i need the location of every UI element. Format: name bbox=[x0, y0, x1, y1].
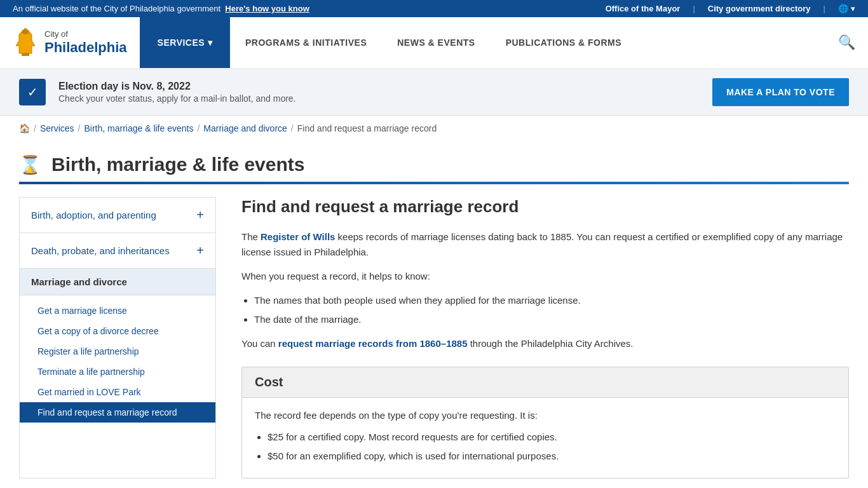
logo-text: City of Philadelphia bbox=[44, 29, 127, 56]
page-title-section: ⌛ Birth, marriage & life events bbox=[0, 141, 868, 175]
know-list: The names that both people used when the… bbox=[254, 293, 849, 327]
header: City of Philadelphia SERVICES ▾ PROGRAMS… bbox=[0, 17, 868, 69]
breadcrumb: 🏠 / Services / Birth, marriage & life ev… bbox=[0, 116, 868, 141]
sidebar-sublinks: Get a marriage license Get a copy of a d… bbox=[20, 295, 215, 428]
sidebar-link-find-marriage-record[interactable]: Find and request a marriage record bbox=[20, 402, 215, 423]
cost-item-1: $25 for a certified copy. Most record re… bbox=[268, 430, 836, 445]
breadcrumb-services[interactable]: Services bbox=[40, 123, 74, 133]
sidebar: Birth, adoption, and parenting + Death, … bbox=[19, 197, 216, 478]
know-list-item-2: The date of the marriage. bbox=[254, 312, 849, 327]
sidebar-active-section: Marriage and divorce bbox=[20, 269, 215, 295]
page-title-icon: ⌛ bbox=[19, 154, 41, 175]
election-icon: ✓ bbox=[19, 79, 46, 105]
city-logo-icon bbox=[13, 27, 38, 58]
sidebar-link-divorce-decree[interactable]: Get a copy of a divorce decree bbox=[20, 321, 215, 341]
cost-header: Cost bbox=[242, 367, 848, 398]
top-banner-right: Office of the Mayor | City government di… bbox=[606, 4, 855, 13]
logo[interactable]: City of Philadelphia bbox=[0, 17, 140, 68]
svg-point-1 bbox=[22, 29, 29, 34]
main-nav: SERVICES ▾ PROGRAMS & INITIATIVES NEWS &… bbox=[140, 17, 868, 68]
search-button[interactable]: 🔍 bbox=[825, 17, 868, 68]
sidebar-item-birth-header[interactable]: Birth, adoption, and parenting + bbox=[20, 198, 215, 233]
sidebar-link-register-partnership[interactable]: Register a life partnership bbox=[20, 341, 215, 362]
top-banner: An official website of the City of Phila… bbox=[0, 0, 868, 17]
sidebar-item-death: Death, probate, and inheritances + bbox=[20, 233, 215, 269]
content-intro2: When you request a record, it helps to k… bbox=[241, 269, 849, 284]
content-intro1: The Register of Wills keeps records of m… bbox=[241, 229, 849, 260]
sidebar-link-marriage-license[interactable]: Get a marriage license bbox=[20, 301, 215, 321]
breadcrumb-current: Find and request a marriage record bbox=[297, 123, 437, 133]
breadcrumb-birth-marriage[interactable]: Birth, marriage & life events bbox=[84, 123, 193, 133]
heres-how-link[interactable]: Here's how you know bbox=[225, 4, 309, 13]
sidebar-link-terminate-partnership[interactable]: Terminate a life partnership bbox=[20, 362, 215, 382]
publications-nav-link[interactable]: PUBLICATIONS & FORMS bbox=[491, 17, 637, 68]
sidebar-item-birth: Birth, adoption, and parenting + bbox=[20, 198, 215, 233]
city-directory-link[interactable]: City government directory bbox=[708, 4, 811, 13]
election-text: Election day is Nov. 8, 2022 Check your … bbox=[58, 81, 296, 104]
archives-link[interactable]: request marriage records from 1860–1885 bbox=[278, 338, 468, 349]
content-title: Find and request a marriage record bbox=[241, 197, 849, 217]
main-content: Birth, adoption, and parenting + Death, … bbox=[19, 184, 849, 488]
cost-item-2: $50 for an exemplified copy, which is us… bbox=[268, 449, 836, 464]
sidebar-link-love-park[interactable]: Get married in LOVE Park bbox=[20, 382, 215, 402]
expand-birth-icon: + bbox=[196, 208, 204, 222]
page-title: ⌛ Birth, marriage & life events bbox=[19, 154, 849, 175]
language-selector[interactable]: 🌐 ▾ bbox=[838, 4, 855, 13]
register-of-wills-link[interactable]: Register of Wills bbox=[261, 231, 335, 242]
breadcrumb-marriage-divorce[interactable]: Marriage and divorce bbox=[203, 123, 287, 133]
election-left: ✓ Election day is Nov. 8, 2022 Check you… bbox=[19, 79, 296, 105]
office-of-mayor-link[interactable]: Office of the Mayor bbox=[606, 4, 681, 13]
svg-rect-2 bbox=[22, 53, 29, 56]
expand-death-icon: + bbox=[196, 243, 204, 258]
cost-box: Cost The record fee depends on the type … bbox=[241, 367, 849, 478]
cost-list: $25 for a certified copy. Most record re… bbox=[268, 430, 836, 464]
breadcrumb-home[interactable]: 🏠 bbox=[19, 123, 30, 133]
official-text: An official website of the City of Phila… bbox=[13, 4, 309, 13]
programs-nav-link[interactable]: PROGRAMS & INITIATIVES bbox=[230, 17, 382, 68]
vote-button[interactable]: MAKE A PLAN TO VOTE bbox=[712, 78, 849, 106]
cost-intro: The record fee depends on the type of co… bbox=[255, 408, 836, 423]
know-list-item-1: The names that both people used when the… bbox=[254, 293, 849, 308]
content-area: Find and request a marriage record The R… bbox=[216, 197, 849, 478]
election-banner: ✓ Election day is Nov. 8, 2022 Check you… bbox=[0, 69, 868, 116]
sidebar-item-death-header[interactable]: Death, probate, and inheritances + bbox=[20, 233, 215, 268]
cost-content: The record fee depends on the type of co… bbox=[242, 398, 848, 478]
news-nav-link[interactable]: NEWS & EVENTS bbox=[382, 17, 490, 68]
content-archives: You can request marriage records from 18… bbox=[241, 336, 849, 351]
services-nav-btn[interactable]: SERVICES ▾ bbox=[140, 17, 230, 68]
